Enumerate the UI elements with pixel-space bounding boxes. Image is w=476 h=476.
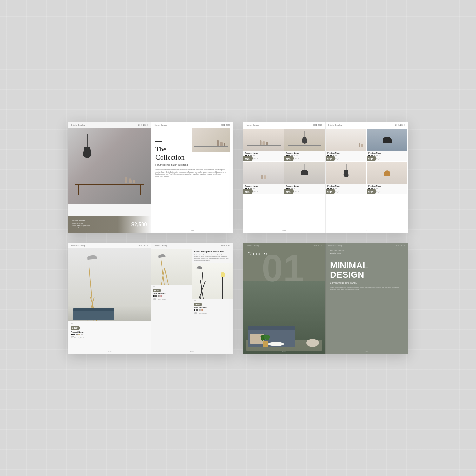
product-4-price-tag: Price $289 bbox=[284, 189, 294, 194]
page-11: Interior Catalog 2021-2022 Price bbox=[151, 243, 233, 354]
banner-subtitle-2: sectem nam et bbox=[72, 222, 131, 225]
product-5-price-tag: Price $299 bbox=[326, 156, 335, 161]
plant-leaves bbox=[261, 335, 270, 341]
product-card-2: Price $239 Product Name Option:Option1, … bbox=[284, 129, 325, 161]
vase-3 bbox=[133, 180, 135, 183]
minimal-design-sub: Bor ratum que conecta volu bbox=[330, 282, 403, 284]
page-11-number: 11/20 bbox=[151, 350, 233, 352]
pouf bbox=[306, 339, 319, 347]
brand-13: Interior Catalog bbox=[328, 245, 342, 247]
swatch bbox=[78, 334, 80, 335]
product-1-name: Product Name bbox=[245, 152, 282, 154]
floor-lamp-swatches bbox=[71, 334, 148, 335]
swatch bbox=[379, 155, 380, 156]
minimal-text: Tem ipsantis ipsamvoluptat ipsum MINIMAL… bbox=[330, 249, 403, 291]
lamp-1-name: Product Name bbox=[153, 293, 190, 294]
sofa-back bbox=[248, 326, 295, 330]
page-9-product-grid: Price $299 Product Name Option:Option1, … bbox=[325, 128, 408, 195]
product-card-6: Price $249 Product Name Option:Option1, … bbox=[367, 129, 407, 161]
product-8-image bbox=[367, 162, 407, 184]
product-card-5: Price $299 Product Name Option:Option1, … bbox=[326, 129, 366, 161]
product-3-name: Product Name bbox=[245, 185, 282, 187]
page-9-number: 9/20 bbox=[325, 230, 408, 232]
brand-11: Interior Catalog bbox=[154, 245, 167, 247]
product-3-price: $229 bbox=[245, 191, 250, 193]
swatch bbox=[253, 188, 255, 189]
page-8-product-grid: Price $189 Product Name Option:Option1, … bbox=[243, 128, 325, 195]
product-5-image bbox=[326, 129, 366, 151]
right-title: Rorro doluptum earcia nes bbox=[194, 250, 231, 253]
product-card-3: Price $229 Product Name Option:Option1, … bbox=[243, 162, 284, 194]
page-11-right: Rorro doluptum earcia nes Finat ius demp… bbox=[192, 249, 233, 315]
page-8: Interior Catalog 2021-2022 Price bbox=[243, 122, 325, 233]
banner-subtitle-3: lorem officiat specimen bbox=[72, 225, 131, 227]
page-11-content: Price $249 Product Name Option:Option1, … bbox=[151, 248, 233, 316]
year-label: 2021-2022 bbox=[138, 124, 148, 126]
shelf-leg-left bbox=[78, 185, 79, 195]
page-8-number: 8/20 bbox=[243, 230, 325, 232]
lamp-image-small-2 bbox=[192, 263, 233, 299]
product-1-image bbox=[243, 129, 284, 151]
collection-text: The Collection Forum ipsentis ination pu… bbox=[155, 141, 228, 178]
brand-9: Interior Catalog bbox=[328, 124, 342, 126]
year-10: 2021-2022 bbox=[138, 245, 148, 247]
page-10-number: 10/20 bbox=[68, 350, 151, 352]
product-5-price: $299 bbox=[327, 158, 332, 160]
spread-3: Interior Catalog 2021-2022 Price $499 Pr… bbox=[68, 243, 233, 354]
product-1-price-tag: Price $189 bbox=[243, 156, 253, 161]
plant-pot bbox=[263, 341, 268, 347]
year-12: 2021-2022 bbox=[313, 245, 322, 247]
banner-text: Bis mos molupta sectem nam et lorem offi… bbox=[72, 220, 131, 229]
swatch bbox=[294, 155, 295, 156]
floor-lamp-product-name: Product Name bbox=[71, 331, 148, 333]
year-8: 2021-2022 bbox=[313, 124, 322, 126]
banner-subtitle-4: eum molfrea bbox=[72, 227, 131, 229]
brand-8: Interior Catalog bbox=[246, 124, 259, 126]
product-card-1: Price $189 Product Name Option:Option1, … bbox=[243, 129, 284, 161]
spread-3-divider bbox=[151, 243, 151, 354]
swatch bbox=[73, 334, 75, 335]
vase-group bbox=[125, 177, 135, 183]
page-12: Interior Catalog 2021-2022 Chapter 01 bbox=[243, 243, 325, 354]
collection-body: Averibust totasitis corpore nem lorem se… bbox=[155, 169, 228, 178]
product-7-image bbox=[326, 162, 366, 184]
vase-2 bbox=[129, 178, 132, 183]
product-6-image bbox=[367, 129, 407, 151]
collection-dash bbox=[155, 141, 162, 142]
lamp-1-price-tag: $249 bbox=[153, 289, 161, 292]
page-13-dash bbox=[400, 248, 405, 248]
brand-10: Interior Catalog bbox=[71, 245, 85, 247]
page-9-header: Interior Catalog 2021-2022 bbox=[325, 122, 408, 128]
spread-4-divider bbox=[325, 243, 326, 354]
product-8-name: Product Name bbox=[368, 185, 406, 187]
chapter-label: Chapter bbox=[248, 251, 268, 256]
lamp-1-options: Option:Option1, Option2, Option3 bbox=[153, 298, 190, 300]
shelf-leg-right bbox=[140, 185, 141, 195]
swatch bbox=[376, 155, 378, 156]
page-10: Interior Catalog 2021-2022 Price $499 Pr… bbox=[68, 243, 151, 354]
swatch bbox=[153, 295, 155, 297]
swatch bbox=[376, 188, 378, 189]
product-7-price-tag: Price $249 bbox=[326, 189, 335, 194]
page-11-right-text: Rorro doluptum earcia nes Finat ius demp… bbox=[192, 249, 233, 263]
floor-lamp-price: $499 bbox=[71, 326, 80, 330]
product-card-4: Price $289 Product Name Option:Option1, … bbox=[284, 162, 325, 194]
product-2-image bbox=[284, 129, 325, 151]
product-3-price-tag: Price $229 bbox=[243, 189, 253, 194]
lamp-2-name: Product Name bbox=[194, 307, 231, 308]
bottom-row: Interior Catalog 2021-2022 Price $499 Pr… bbox=[68, 243, 408, 354]
swatch bbox=[335, 188, 337, 189]
product-card-8: Price $269 Product Name Option:Option1, … bbox=[367, 162, 407, 194]
page-7-header: Interior Catalog 2021-2022 bbox=[151, 122, 233, 128]
minimal-design-title: MINIMAL DESIGN bbox=[330, 261, 403, 280]
product-1-price: $189 bbox=[245, 158, 250, 160]
collection-subtitle: Forum ipsentis ination pubit rend bbox=[155, 164, 228, 166]
page-10-header: Interior Catalog 2021-2022 bbox=[68, 243, 151, 248]
product-4-image bbox=[284, 162, 325, 184]
swatch bbox=[155, 295, 157, 297]
banner-price: $2,500 bbox=[131, 222, 147, 228]
floor-lamp-info: Price $499 Product Name Option:Option1, … bbox=[68, 321, 151, 340]
lamp-2-swatches bbox=[194, 309, 231, 311]
sofa-scene-photo bbox=[243, 281, 325, 354]
spread-divider bbox=[151, 122, 151, 233]
